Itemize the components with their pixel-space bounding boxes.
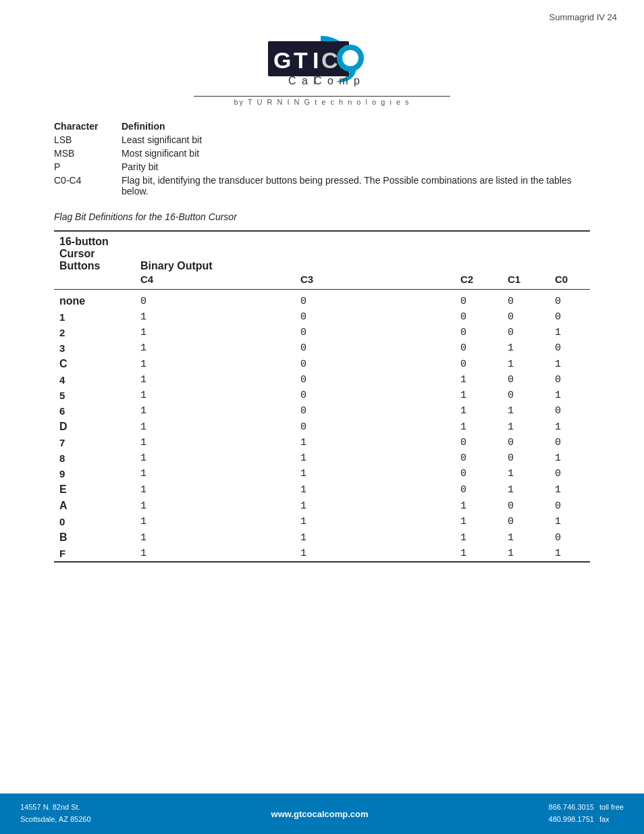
c4-val: 1 xyxy=(135,546,295,561)
btn-label: F xyxy=(54,546,135,561)
logo-area: G T I C C a l C o m p by T U R N I N G t… xyxy=(0,29,644,106)
bit-table-row: 6 1 0 1 1 0 xyxy=(54,403,590,419)
c0-val: 1 xyxy=(549,481,590,498)
btn-label: 7 xyxy=(54,435,135,450)
page-footer: 14557 N. 82nd St. Scottsdale, AZ 85260 w… xyxy=(0,793,644,834)
c3-val: 0 xyxy=(295,388,455,403)
col-header-binary: Binary Output xyxy=(135,232,455,272)
c0-val: 0 xyxy=(549,466,590,481)
c1-val: 1 xyxy=(502,466,549,481)
btn-label: 8 xyxy=(54,450,135,466)
c0-val: 1 xyxy=(549,325,590,340)
btn-label: 3 xyxy=(54,340,135,356)
svg-text:G: G xyxy=(273,47,291,73)
c0-val: 0 xyxy=(549,435,590,450)
c4-val: 1 xyxy=(135,388,295,403)
c2-val: 1 xyxy=(455,388,502,403)
c4-val: 1 xyxy=(135,435,295,450)
svg-point-6 xyxy=(342,50,358,66)
c3-val: 1 xyxy=(295,466,455,481)
c2-val: 1 xyxy=(455,419,502,435)
c3-val: 0 xyxy=(295,325,455,340)
c0-val: 0 xyxy=(549,340,590,356)
btn-label: A xyxy=(54,498,135,514)
bit-table-row: B 1 1 1 1 0 xyxy=(54,529,590,546)
c4-val: 1 xyxy=(135,529,295,546)
c4-val: 1 xyxy=(135,466,295,481)
def-cell: Least significant bit xyxy=(122,133,590,147)
c4-val: 1 xyxy=(135,498,295,514)
c3-val: 1 xyxy=(295,514,455,529)
svg-text:T: T xyxy=(294,47,308,73)
def-col-header: Definition xyxy=(122,120,590,133)
tagline-bar xyxy=(194,96,450,97)
subheader-c3: C3 xyxy=(295,272,455,290)
footer-fax: 480.998.1751 xyxy=(549,814,594,826)
c2-val: 0 xyxy=(455,340,502,356)
bit-table-row: E 1 1 0 1 1 xyxy=(54,481,590,498)
c1-val: 0 xyxy=(502,514,549,529)
c3-val: 0 xyxy=(295,340,455,356)
char-cell: P xyxy=(54,160,122,174)
btn-label: 4 xyxy=(54,372,135,388)
c2-val: 0 xyxy=(455,435,502,450)
c0-val: 0 xyxy=(549,290,590,310)
c0-val: 0 xyxy=(549,403,590,419)
col-header-c1 xyxy=(502,232,549,272)
btn-label: C xyxy=(54,356,135,372)
main-content: Character Definition LSB Least significa… xyxy=(0,113,644,583)
bit-table-row: 9 1 1 0 1 0 xyxy=(54,466,590,481)
c1-val: 0 xyxy=(502,309,549,325)
c4-val: 1 xyxy=(135,419,295,435)
col-header-c2 xyxy=(455,232,502,272)
c1-val: 1 xyxy=(502,546,549,561)
section-title: Flag Bit Definitions for the 16-Button C… xyxy=(54,211,590,222)
bit-table-row: D 1 0 1 1 1 xyxy=(54,419,590,435)
c4-val: 1 xyxy=(135,325,295,340)
footer-contact: 866.746.3015 toll free 480.998.1751 fax xyxy=(549,802,624,825)
bit-table-row: none 0 0 0 0 0 xyxy=(54,290,590,310)
btn-label: none xyxy=(54,290,135,310)
btn-label: E xyxy=(54,481,135,498)
bit-table-row: 8 1 1 0 0 1 xyxy=(54,450,590,466)
c0-val: 0 xyxy=(549,309,590,325)
c3-val: 1 xyxy=(295,435,455,450)
btn-label: D xyxy=(54,419,135,435)
footer-address-line2: Scottsdale, AZ 85260 xyxy=(20,814,91,826)
c4-val: 0 xyxy=(135,290,295,310)
subheader-c2: C2 xyxy=(455,272,502,290)
bit-table: 16-buttonCursorButtons Binary Output C4 … xyxy=(54,232,590,561)
bit-table-row: 2 1 0 0 0 1 xyxy=(54,325,590,340)
c3-val: 1 xyxy=(295,529,455,546)
c2-val: 1 xyxy=(455,546,502,561)
char-cell: MSB xyxy=(54,147,122,160)
char-col-header: Character xyxy=(54,120,122,133)
c1-val: 1 xyxy=(502,340,549,356)
c0-val: 0 xyxy=(549,529,590,546)
svg-text:I: I xyxy=(313,47,319,73)
footer-website[interactable]: www.gtcocalcomp.com xyxy=(271,809,369,819)
c2-val: 0 xyxy=(455,325,502,340)
c4-val: 1 xyxy=(135,372,295,388)
c2-val: 1 xyxy=(455,403,502,419)
c4-val: 1 xyxy=(135,309,295,325)
c1-val: 0 xyxy=(502,290,549,310)
c4-val: 1 xyxy=(135,340,295,356)
c2-val: 0 xyxy=(455,466,502,481)
btn-label: 6 xyxy=(54,403,135,419)
btn-label: 5 xyxy=(54,388,135,403)
c4-val: 1 xyxy=(135,514,295,529)
c3-val: 1 xyxy=(295,546,455,561)
btn-label: 1 xyxy=(54,309,135,325)
c3-val: 0 xyxy=(295,419,455,435)
table-row: C0-C4 Flag bit, identifying the transduc… xyxy=(54,174,590,198)
char-def-table: Character Definition LSB Least significa… xyxy=(54,120,590,198)
c0-val: 0 xyxy=(549,498,590,514)
c1-val: 0 xyxy=(502,435,549,450)
bit-table-row: 4 1 0 1 0 0 xyxy=(54,372,590,388)
svg-text:C a l: C a l xyxy=(288,75,317,86)
c2-val: 0 xyxy=(455,356,502,372)
c0-val: 0 xyxy=(549,372,590,388)
btn-label: 0 xyxy=(54,514,135,529)
c2-val: 1 xyxy=(455,529,502,546)
